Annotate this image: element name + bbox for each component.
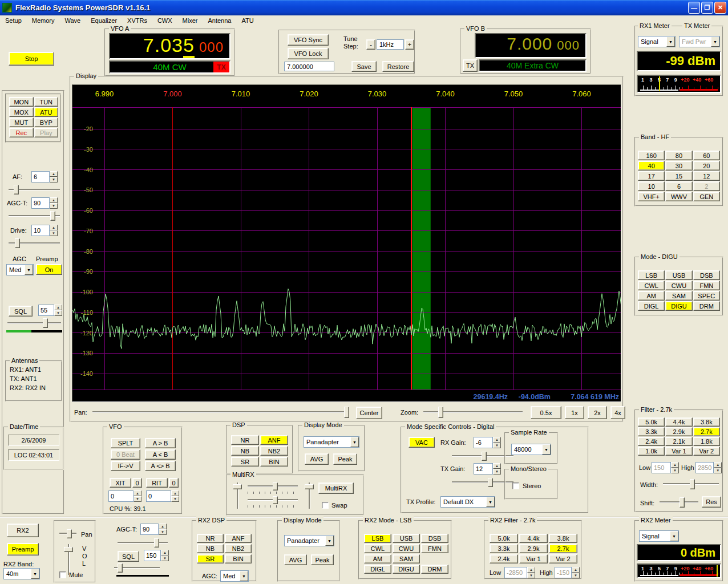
- rx1-meter-select[interactable]: Signal▼: [638, 36, 676, 47]
- mode-usb[interactable]: USB: [665, 270, 692, 280]
- vac-button[interactable]: VAC: [409, 437, 435, 448]
- filter-low-spinner[interactable]: 150▲▼: [652, 462, 679, 473]
- vfo-a-frequency-display[interactable]: 7.035000: [109, 33, 230, 59]
- tune-step-plus-button[interactable]: +: [405, 39, 414, 50]
- pan-slider[interactable]: [91, 407, 349, 418]
- pan-slider-thumb[interactable]: [344, 407, 349, 418]
- start-stop-button[interactable]: Stop: [9, 52, 54, 66]
- a-to-b-button[interactable]: A > B: [145, 438, 176, 448]
- zoom-0.5x[interactable]: 0.5x: [531, 406, 561, 419]
- rit-clear-button[interactable]: 0: [169, 478, 179, 488]
- rx2-dsp-nb2[interactable]: NB2: [225, 544, 252, 553]
- left-mut[interactable]: MUT: [9, 117, 34, 127]
- af-spinner[interactable]: 6▲▼: [31, 171, 58, 182]
- peak-button-bottom[interactable]: Peak: [311, 554, 334, 565]
- band-vhf+[interactable]: VHF+: [638, 192, 665, 201]
- rx2-filter-2.7k[interactable]: 2.7k: [549, 544, 577, 553]
- mode-drm[interactable]: DRM: [693, 301, 720, 311]
- band-gen[interactable]: GEN: [693, 192, 720, 201]
- dsp-nr[interactable]: NR: [231, 435, 259, 445]
- panadapter-display[interactable]: 6.9907.0007.0107.0207.0307.0407.0507.060…: [72, 84, 621, 402]
- rx2-dsp-nr[interactable]: NR: [197, 534, 224, 543]
- rx2-pan-slider[interactable]: [58, 529, 78, 538]
- band-20[interactable]: 20: [693, 161, 720, 171]
- multirx-vslider-left-thumb[interactable]: [233, 484, 242, 489]
- rx2-mode-cwl[interactable]: CWL: [364, 544, 391, 553]
- rx2-agc-select[interactable]: Med▼: [220, 570, 249, 582]
- rx2-button[interactable]: RX2: [7, 524, 39, 537]
- filter-2.7k[interactable]: 2.7k: [693, 427, 720, 436]
- filter-var-2[interactable]: Var 2: [693, 447, 720, 456]
- mode-am[interactable]: AM: [638, 291, 665, 301]
- mode-digu[interactable]: DIGU: [665, 301, 692, 311]
- rx2-filter-high-spinner[interactable]: -150▲▼: [555, 567, 580, 578]
- band-80[interactable]: 80: [665, 151, 692, 160]
- rx2-dsp-anf[interactable]: ANF: [225, 534, 252, 543]
- mode-digl[interactable]: DIGL: [638, 301, 665, 311]
- dsp-anf[interactable]: ANF: [260, 435, 288, 445]
- menu-item-cwx[interactable]: CWX: [152, 16, 177, 25]
- filter-var-1[interactable]: Var 1: [665, 447, 692, 456]
- display-mode-bottom-select[interactable]: Panadapter▼: [284, 535, 334, 546]
- title-bar[interactable]: FlexRadio Systems PowerSDR v1.16.1: [0, 0, 728, 15]
- left-mon[interactable]: MON: [9, 97, 34, 107]
- dsp-sr[interactable]: SR: [231, 457, 259, 467]
- band-2[interactable]: 2: [693, 181, 720, 191]
- multirx-vslider-right-thumb[interactable]: [305, 484, 314, 489]
- avg-button-top[interactable]: AVG: [305, 453, 329, 465]
- rx2-filter-var-1[interactable]: Var 1: [519, 554, 548, 563]
- rx2-dsp-nb[interactable]: NB: [197, 544, 224, 553]
- minimize-button[interactable]: —: [688, 2, 700, 14]
- menu-item-antenna[interactable]: Antenna: [203, 16, 236, 25]
- rx2-mode-am[interactable]: AM: [364, 554, 391, 563]
- vfo-sync-button[interactable]: VFO Sync: [288, 34, 329, 46]
- zoom-2x[interactable]: 2x: [588, 406, 607, 419]
- tune-step-value[interactable]: 1kHz: [377, 39, 404, 50]
- rx2-meter-select[interactable]: Signal▼: [639, 530, 679, 542]
- xit-spinner[interactable]: 0▲▼: [108, 490, 141, 502]
- rx2-volume-slider-thumb[interactable]: [64, 547, 73, 552]
- band-17[interactable]: 17: [638, 171, 665, 181]
- display-mode-top-select[interactable]: Panadapter▼: [304, 436, 359, 448]
- vfo-b-frequency-display[interactable]: 7.000000: [475, 33, 587, 58]
- mode-dsb[interactable]: DSB: [693, 270, 720, 280]
- b-to-a-button[interactable]: A < B: [145, 449, 176, 460]
- filter-2.4k[interactable]: 2.4k: [638, 437, 665, 446]
- drive-spinner[interactable]: 10▲▼: [31, 225, 58, 236]
- avg-button-bottom[interactable]: AVG: [284, 554, 307, 565]
- af-slider[interactable]: [7, 185, 61, 194]
- multirx-button[interactable]: MultiRX: [318, 482, 354, 494]
- vfo-frequency-entry[interactable]: 7.000000: [284, 62, 334, 71]
- filter-3.3k[interactable]: 3.3k: [638, 427, 665, 436]
- zoom-1x[interactable]: 1x: [565, 406, 584, 419]
- rx2-filter-2.4k[interactable]: 2.4k: [490, 554, 518, 563]
- vfo-b-tx-button[interactable]: TX: [463, 59, 478, 72]
- restore-button[interactable]: Restore: [382, 61, 414, 72]
- sql-slider-thumb[interactable]: [43, 318, 48, 328]
- rit-spinner[interactable]: 0▲▼: [146, 490, 179, 502]
- menu-item-wave[interactable]: Wave: [59, 16, 86, 25]
- band-60[interactable]: 60: [693, 151, 720, 160]
- filter-3.8k[interactable]: 3.8k: [693, 417, 720, 427]
- rx2-agct-slider-thumb[interactable]: [154, 538, 159, 548]
- menu-item-atu[interactable]: ATU: [236, 16, 258, 25]
- agct-slider-thumb[interactable]: [50, 211, 55, 221]
- left-play[interactable]: Play: [34, 128, 59, 137]
- band-10[interactable]: 10: [638, 181, 665, 191]
- rx2-filter-3.3k[interactable]: 3.3k: [490, 544, 518, 553]
- filter-shift-slider-thumb[interactable]: [680, 497, 685, 508]
- rx2-mode-lsb[interactable]: LSB: [364, 534, 391, 543]
- rx2-filter-3.8k[interactable]: 3.8k: [549, 534, 577, 543]
- rx2-band-select[interactable]: 40m▼: [3, 568, 40, 579]
- tx-gain-slider-thumb[interactable]: [488, 478, 493, 487]
- rx2-filter-5.0k[interactable]: 5.0k: [490, 534, 518, 543]
- rx2-mute-checkbox[interactable]: [59, 571, 66, 578]
- rx2-pan-slider-thumb[interactable]: [67, 529, 72, 538]
- rx2-filter-2.9k[interactable]: 2.9k: [519, 544, 548, 553]
- zero-beat-button[interactable]: 0 Beat: [111, 449, 140, 460]
- save-button[interactable]: Save: [351, 61, 377, 72]
- menu-item-memory[interactable]: Memory: [27, 16, 60, 25]
- rx2-mode-digl[interactable]: DIGL: [364, 565, 391, 574]
- filter-high-spinner[interactable]: 2850▲▼: [695, 462, 722, 473]
- close-button[interactable]: ✕: [714, 2, 726, 14]
